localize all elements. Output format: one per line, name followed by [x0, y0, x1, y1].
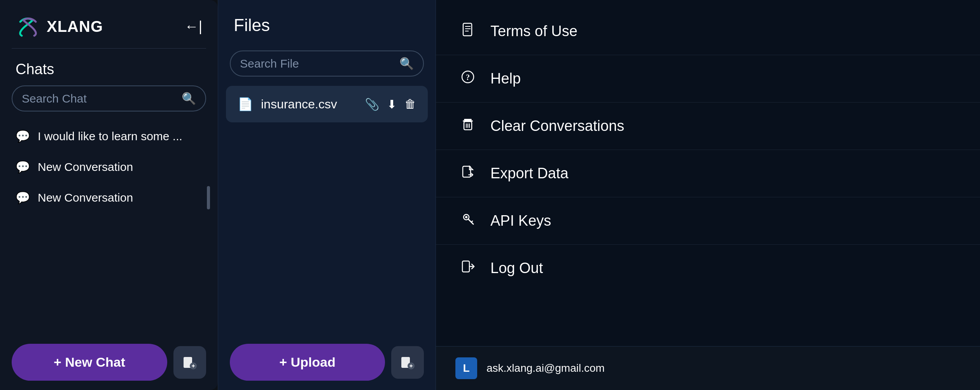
xlang-logo-icon	[16, 14, 40, 39]
clear-label: Clear Conversations	[490, 118, 624, 134]
file-list: 📄 insurance.csv 📎 ⬇ 🗑	[218, 86, 436, 334]
scroll-indicator	[207, 186, 210, 209]
left-footer: + New Chat	[0, 334, 218, 390]
svg-rect-14	[464, 119, 472, 120]
new-chat-button[interactable]: + New Chat	[12, 344, 167, 381]
chat-bubble-icon-1: 💬	[16, 129, 30, 143]
file-search-box: 🔍	[230, 50, 424, 77]
search-file-button[interactable]: 🔍	[399, 57, 414, 70]
menu-list: Terms of Use ? Help	[436, 0, 980, 346]
terms-icon	[459, 23, 476, 40]
upload-button[interactable]: + Upload	[230, 344, 385, 381]
chat-item-2[interactable]: 💬 New Conversation	[4, 151, 214, 182]
api-label: API Keys	[490, 212, 551, 229]
chat-item-3[interactable]: 💬 New Conversation	[4, 182, 214, 213]
chat-bubble-icon-3: 💬	[16, 191, 30, 204]
files-title: Files	[234, 16, 420, 35]
file-name-1: insurance.csv	[261, 97, 357, 111]
logout-icon	[459, 259, 476, 277]
menu-item-export[interactable]: Export Data	[436, 150, 980, 197]
chat-item-text-1: I would like to learn some ...	[38, 130, 182, 143]
middle-footer: + Upload	[218, 334, 436, 390]
svg-text:?: ?	[466, 73, 470, 82]
middle-header: Files	[218, 0, 436, 44]
user-avatar: L	[455, 357, 477, 379]
collapse-sidebar-button[interactable]: ←|	[185, 18, 202, 35]
svg-point-23	[465, 216, 467, 218]
menu-item-help[interactable]: ? Help	[436, 55, 980, 103]
svg-rect-8	[463, 23, 472, 36]
svg-rect-26	[462, 261, 469, 272]
menu-item-clear[interactable]: Clear Conversations	[436, 103, 980, 150]
plus-icon	[183, 355, 197, 369]
logo-area: XLANG	[16, 14, 103, 39]
right-panel: Terms of Use ? Help	[436, 0, 980, 390]
help-icon: ?	[459, 70, 476, 87]
logout-label: Log Out	[490, 260, 543, 277]
new-file-middle-button[interactable]	[391, 346, 424, 379]
help-label: Help	[490, 70, 521, 87]
file-delete-button[interactable]: 🗑	[404, 98, 416, 111]
new-file-left-button[interactable]	[173, 346, 206, 379]
plus-file-icon	[401, 355, 415, 369]
file-attach-button[interactable]: 📎	[365, 98, 379, 111]
chat-item-text-3: New Conversation	[38, 191, 133, 204]
chat-search-box: 🔍	[12, 85, 206, 111]
logo-text: XLANG	[47, 18, 103, 35]
file-actions-1: 📎 ⬇ 🗑	[365, 98, 416, 111]
menu-item-api[interactable]: API Keys	[436, 197, 980, 245]
file-doc-icon: 📄	[238, 97, 253, 111]
svg-line-25	[471, 221, 472, 222]
left-panel: XLANG ←| Chats 🔍 💬 I would like to learn…	[0, 0, 218, 390]
chat-item-1[interactable]: 💬 I would like to learn some ...	[4, 121, 214, 151]
search-chat-button[interactable]: 🔍	[182, 92, 196, 105]
user-email: ask.xlang.ai@gmail.com	[486, 362, 605, 374]
search-file-input[interactable]	[240, 57, 395, 70]
svg-rect-3	[193, 364, 194, 367]
api-icon	[459, 212, 476, 230]
chat-item-text-2: New Conversation	[38, 160, 133, 174]
search-chat-input[interactable]	[22, 92, 177, 105]
clear-icon	[459, 117, 476, 135]
terms-label: Terms of Use	[490, 23, 578, 40]
middle-panel: Files 🔍 📄 insurance.csv 📎 ⬇ 🗑 + Upload	[218, 0, 436, 390]
svg-rect-7	[411, 364, 411, 367]
file-download-button[interactable]: ⬇	[387, 98, 397, 111]
chats-section-label: Chats	[0, 49, 218, 85]
chat-list: 💬 I would like to learn some ... 💬 New C…	[0, 121, 218, 334]
menu-item-terms[interactable]: Terms of Use	[436, 8, 980, 55]
export-label: Export Data	[490, 165, 569, 182]
right-footer: L ask.xlang.ai@gmail.com	[436, 346, 980, 390]
chat-bubble-icon-2: 💬	[16, 160, 30, 174]
left-header: XLANG ←|	[0, 0, 218, 48]
menu-item-logout[interactable]: Log Out	[436, 245, 980, 292]
export-icon	[459, 165, 476, 182]
file-item-1[interactable]: 📄 insurance.csv 📎 ⬇ 🗑	[226, 86, 428, 122]
